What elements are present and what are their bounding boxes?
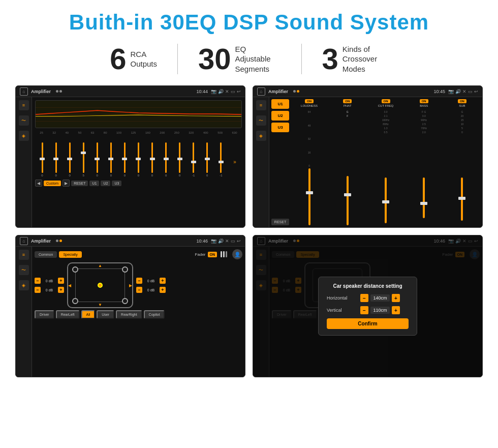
xover-sidebar-wave-icon[interactable]: 〜 — [256, 115, 266, 126]
eq-graph — [35, 100, 242, 128]
xover-channels: ON LOUDNESS 64 48 32 16 0 — [291, 99, 480, 225]
eq-sidebar-wave-icon[interactable]: 〜 — [19, 115, 29, 126]
eq-sidebar-vol-icon[interactable]: ◈ — [19, 131, 29, 141]
cutfreq-slider[interactable] — [385, 177, 387, 223]
stat-rca: 6 RCAOutputs — [89, 44, 177, 74]
eq-slider-expand[interactable]: » — [229, 146, 241, 177]
loudness-slider[interactable] — [308, 168, 310, 225]
eq-u1-btn[interactable]: U1 — [89, 181, 99, 186]
fader-db-fr-minus[interactable]: − — [136, 278, 142, 284]
eq-bottom-bar: ◀ Custom ▶ RESET U1 U2 U3 — [35, 180, 242, 187]
phat-slider[interactable] — [347, 176, 349, 225]
xover-u1-btn[interactable]: U1 — [271, 99, 289, 109]
fader-driver-btn[interactable]: Driver — [35, 310, 54, 319]
stat-eq-label: EQ AdjustableSegments — [235, 44, 281, 74]
xover-sidebar-vol-icon[interactable]: ◈ — [256, 131, 266, 141]
dialog-horizontal-label: Horizontal — [327, 295, 357, 301]
dialog-vertical-row: Vertical − 110cm + — [327, 306, 409, 314]
fader-copilot-btn[interactable]: Copilot — [144, 310, 165, 319]
dialog-confirm-button[interactable]: Confirm — [327, 318, 409, 329]
sub-slider[interactable] — [461, 177, 463, 221]
eq-slider-10: 0 — [174, 142, 186, 177]
car-arrow-down[interactable]: ▼ — [98, 303, 102, 307]
xover-status-dots — [293, 90, 299, 93]
dialog-vertical-plus[interactable]: + — [392, 306, 400, 314]
car-arrow-right[interactable]: ▶ — [129, 283, 132, 288]
bass-slider[interactable] — [423, 177, 425, 218]
dialog-title: Car speaker distance setting — [327, 283, 409, 289]
eq-slider-12: 0 — [201, 142, 213, 177]
fader-dot-1 — [56, 240, 58, 242]
fader-rearright-btn[interactable]: RearRight — [116, 310, 142, 319]
speaker-rl — [72, 298, 78, 304]
car-arrow-left[interactable]: ◀ — [68, 283, 71, 288]
xover-status-bar: ⌂ Amplifier 10:45 📷 🔊 ✕ ▭ ↩ — [253, 86, 482, 97]
xover-ch-sub: ON SUB G20151050 — [444, 99, 480, 225]
eq-reset-btn[interactable]: RESET — [71, 181, 88, 186]
fader-user-btn[interactable]: User — [97, 310, 114, 319]
fader-left-controls: − 0 dB + − 0 dB + — [35, 278, 64, 293]
xover-u3-btn[interactable]: U3 — [271, 123, 289, 132]
xover-u2-btn[interactable]: U2 — [271, 111, 289, 121]
dialog-horizontal-plus[interactable]: + — [392, 294, 400, 302]
eq-u3-btn[interactable]: U3 — [112, 181, 121, 186]
bass-on-badge[interactable]: ON — [420, 99, 428, 103]
fader-db-fl-val: 0 dB — [42, 279, 56, 283]
dialog-vertical-minus[interactable]: − — [360, 306, 368, 314]
fader-db-rl-plus[interactable]: + — [58, 287, 64, 293]
sub-on-badge[interactable]: ON — [458, 99, 466, 103]
eq-next-btn[interactable]: ▶ — [63, 180, 70, 187]
fader-db-fl-minus[interactable]: − — [35, 278, 41, 284]
fader-db-fl-plus[interactable]: + — [58, 278, 64, 284]
dialog-horizontal-row: Horizontal − 140cm + — [327, 294, 409, 302]
fader-status-bar: ⌂ Amplifier 10:46 📷 🔊 ✕ ▭ ↩ — [16, 235, 245, 247]
fader-db-rr-val: 0 dB — [144, 288, 158, 292]
fader-diagram-area: − 0 dB + − 0 dB + — [35, 262, 242, 308]
freq-320: 320 — [189, 131, 194, 134]
dialog-screenshot: ⌂ Amplifier 10:46 📷 🔊 ✕ ▭ ↩ ≡ — [253, 235, 483, 377]
xover-dot-1 — [293, 90, 296, 93]
fader-rearleft-btn[interactable]: RearLeft — [56, 310, 80, 319]
xover-minimize-icon: ▭ — [468, 89, 473, 94]
eq-time: 10:44 — [196, 89, 208, 94]
fader-db-fr-plus[interactable]: + — [160, 278, 166, 284]
fader-on-badge[interactable]: ON — [208, 252, 217, 257]
fader-db-rr-plus[interactable]: + — [160, 287, 166, 293]
eq-u2-btn[interactable]: U2 — [101, 181, 110, 186]
fader-tab-common[interactable]: Common — [35, 251, 57, 258]
loudness-on-badge[interactable]: ON — [305, 99, 314, 103]
camera-icon: 📷 — [211, 89, 216, 94]
eq-prev-btn[interactable]: ◀ — [35, 180, 42, 187]
eq-sidebar-eq-icon[interactable]: ≡ — [19, 100, 29, 110]
fader-all-btn[interactable]: All — [81, 310, 96, 319]
eq-status-bar: ⌂ Amplifier 10:44 📷 🔊 ✕ ▭ ↩ — [16, 86, 245, 97]
fader-db-rr-minus[interactable]: − — [136, 287, 142, 293]
fader-sidebar-eq-icon[interactable]: ≡ — [19, 250, 29, 260]
fader-sidebar-wave-icon[interactable]: 〜 — [19, 265, 29, 275]
dialog-horizontal-minus[interactable]: − — [360, 294, 368, 302]
phat-on-badge[interactable]: ON — [343, 99, 352, 103]
fader-camera-icon: 📷 — [211, 238, 216, 244]
fader-right-controls: − 0 dB + − 0 dB + — [136, 278, 166, 293]
speaker-fr — [122, 266, 128, 273]
fader-minimize-icon: ▭ — [231, 238, 235, 244]
fader-home-icon[interactable]: ⌂ — [20, 237, 28, 245]
eq-slider-9: 0 — [160, 142, 172, 177]
dot-1 — [56, 90, 58, 93]
speaker-fl — [72, 266, 78, 273]
back-icon: ↩ — [237, 89, 241, 94]
cutfreq-on-badge[interactable]: ON — [382, 99, 390, 103]
xover-home-icon[interactable]: ⌂ — [257, 87, 265, 96]
eq-screenshot: ⌂ Amplifier 10:44 📷 🔊 ✕ ▭ ↩ ≡ — [15, 85, 245, 228]
xover-sidebar-eq-icon[interactable]: ≡ — [256, 100, 266, 110]
fader-top-row: Common Specialty Fader ON 👤 — [35, 249, 242, 259]
xover-screen-title: Amplifier — [268, 89, 288, 94]
eq-slider-0: 0 — [36, 142, 48, 177]
fader-sidebar-vol-icon[interactable]: ◈ — [19, 280, 29, 290]
fader-tab-specialty[interactable]: Specialty — [59, 251, 81, 258]
home-icon[interactable]: ⌂ — [20, 87, 28, 96]
eq-custom-btn[interactable]: Custom — [44, 181, 61, 186]
fader-db-rl-minus[interactable]: − — [35, 287, 41, 293]
xover-reset-btn[interactable]: RESET — [271, 219, 289, 225]
car-arrow-up[interactable]: ▲ — [98, 263, 102, 268]
